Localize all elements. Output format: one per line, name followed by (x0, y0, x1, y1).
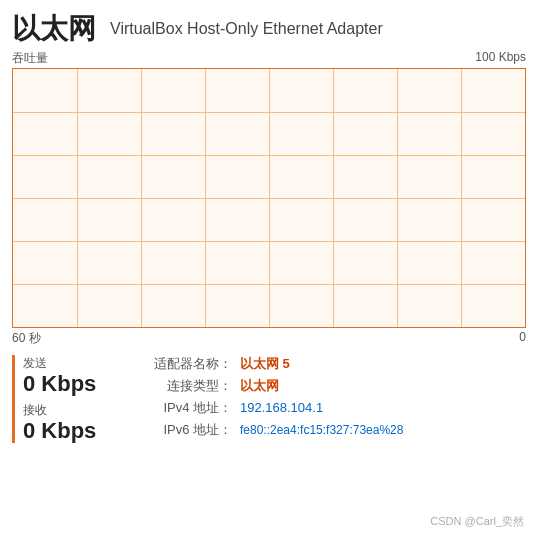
send-label: 发送 (23, 355, 122, 372)
conn-type-label: 连接类型： (142, 377, 232, 395)
send-value: 0 Kbps (23, 372, 122, 396)
recv-label: 接收 (23, 402, 122, 419)
chart-container: 吞吐量 100 Kbps 60 秒 (12, 50, 526, 347)
grid-line-v7 (461, 69, 462, 327)
grid-line-v3 (205, 69, 206, 327)
header: 以太网 VirtualBox Host-Only Ethernet Adapte… (12, 10, 526, 48)
stats-section: 发送 0 Kbps 接收 0 Kbps 适配器名称： 以太网 5 连接类型： 以… (12, 355, 526, 443)
grid-lines (13, 69, 525, 327)
chart-zero-label: 0 (519, 330, 526, 347)
send-block: 发送 0 Kbps (23, 355, 122, 396)
ipv6-label: IPv6 地址： (142, 421, 232, 439)
page-title-sub: VirtualBox Host-Only Ethernet Adapter (110, 20, 383, 38)
info-row-adapter: 适配器名称： 以太网 5 (142, 355, 403, 373)
watermark: CSDN @Carl_奕然 (430, 514, 524, 529)
grid-line-v6 (397, 69, 398, 327)
info-table: 适配器名称： 以太网 5 连接类型： 以太网 IPv4 地址： 192.168.… (142, 355, 403, 443)
info-row-ipv6: IPv6 地址： fe80::2ea4:fc15:f327:73ea%28 (142, 421, 403, 439)
grid-line-v1 (77, 69, 78, 327)
grid-line-v5 (333, 69, 334, 327)
chart-area (12, 68, 526, 328)
ipv4-label: IPv4 地址： (142, 399, 232, 417)
info-row-ipv4: IPv4 地址： 192.168.104.1 (142, 399, 403, 417)
ipv4-value: 192.168.104.1 (240, 400, 323, 415)
chart-labels-bottom: 60 秒 0 (12, 330, 526, 347)
recv-value: 0 Kbps (23, 419, 122, 443)
chart-labels-top: 吞吐量 100 Kbps (12, 50, 526, 67)
adapter-label: 适配器名称： (142, 355, 232, 373)
grid-line-v2 (141, 69, 142, 327)
recv-block: 接收 0 Kbps (23, 402, 122, 443)
page-title-main: 以太网 (12, 10, 96, 48)
grid-line-v4 (269, 69, 270, 327)
throughput-label: 吞吐量 (12, 50, 48, 67)
page: 以太网 VirtualBox Host-Only Ethernet Adapte… (0, 0, 538, 539)
send-recv-block: 发送 0 Kbps 接收 0 Kbps (12, 355, 122, 443)
conn-type-value: 以太网 (240, 377, 279, 395)
chart-time-label: 60 秒 (12, 330, 41, 347)
chart-max-label: 100 Kbps (475, 50, 526, 67)
adapter-value: 以太网 5 (240, 355, 290, 373)
ipv6-value: fe80::2ea4:fc15:f327:73ea%28 (240, 423, 403, 437)
info-row-conntype: 连接类型： 以太网 (142, 377, 403, 395)
